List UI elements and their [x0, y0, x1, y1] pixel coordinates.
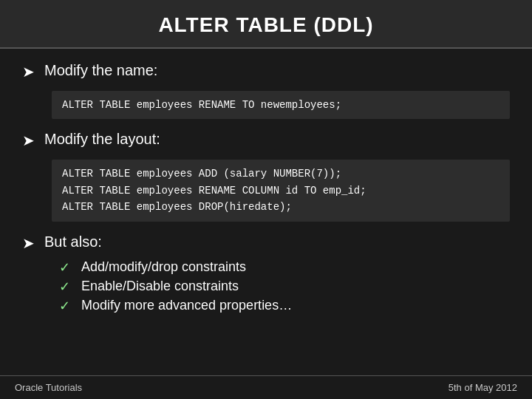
bullet-arrow-1: ➤ [22, 63, 37, 81]
sub-label-1: Add/modify/drop constraints [81, 259, 246, 275]
code-line-1: ALTER TABLE employees RENAME TO newemplo… [62, 97, 499, 113]
sub-item-2: ✓ Enable/Disable constraints [59, 279, 510, 295]
code-block-layout: ALTER TABLE employees ADD (salary NUMBER… [52, 160, 510, 221]
footer-left-text: Oracle Tutorials [15, 382, 82, 393]
sub-label-2: Enable/Disable constraints [81, 279, 239, 294]
check-icon-2: ✓ [59, 279, 74, 295]
code-line-4: ALTER TABLE employees DROP(hiredate); [62, 199, 499, 215]
slide-title: ALTER TABLE (DDL) [158, 13, 373, 36]
code-line-2: ALTER TABLE employees ADD (salary NUMBER… [62, 166, 499, 182]
sub-bullets: ✓ Add/modify/drop constraints ✓ Enable/D… [59, 259, 510, 314]
bullet-modify-layout: ➤ Modify the layout: [22, 131, 510, 149]
check-icon-3: ✓ [59, 298, 74, 314]
bullet-arrow-2: ➤ [22, 132, 37, 149]
code-block-rename: ALTER TABLE employees RENAME TO newemplo… [52, 91, 510, 119]
sub-item-3: ✓ Modify more advanced properties… [59, 298, 510, 314]
bullet-arrow-3: ➤ [22, 234, 37, 252]
slide-footer: Oracle Tutorials 5th of May 2012 [0, 375, 532, 399]
bullet-modify-name: ➤ Modify the name: [22, 62, 510, 81]
bullet-label-2: Modify the layout: [44, 131, 160, 148]
footer-right-text: 5th of May 2012 [449, 382, 517, 393]
check-icon-1: ✓ [59, 259, 74, 276]
slide: ALTER TABLE (DDL) ➤ Modify the name: ALT… [0, 0, 532, 399]
bullet-label-3: But also: [44, 233, 102, 250]
slide-content: ➤ Modify the name: ALTER TABLE employees… [0, 49, 532, 375]
code-line-3: ALTER TABLE employees RENAME COLUMN id T… [62, 183, 499, 199]
bullet-label-1: Modify the name: [44, 62, 157, 79]
bullet-but-also: ➤ But also: [22, 233, 510, 252]
title-bar: ALTER TABLE (DDL) [0, 0, 532, 49]
sub-label-3: Modify more advanced properties… [81, 298, 292, 313]
sub-item-1: ✓ Add/modify/drop constraints [59, 259, 510, 276]
